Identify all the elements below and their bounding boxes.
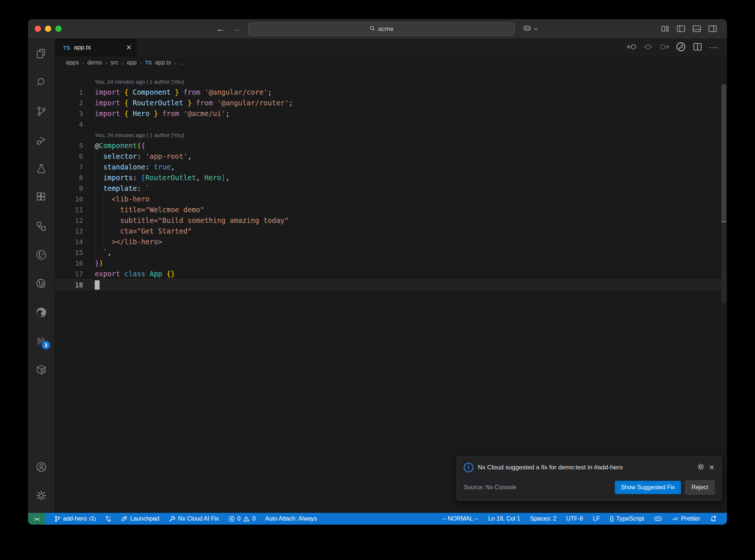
- code-line[interactable]: 3import { Hero } from '@acme/ui';: [55, 108, 727, 119]
- close-window-button[interactable]: [35, 26, 41, 32]
- nx-console-icon[interactable]: N› 3: [35, 335, 47, 347]
- code-line[interactable]: 15 `,: [55, 247, 727, 258]
- reject-button[interactable]: Reject: [685, 480, 714, 494]
- code-line[interactable]: 13 cta="Get Started": [55, 226, 727, 237]
- notifications-bell[interactable]: [710, 515, 717, 522]
- split-editor-icon[interactable]: [693, 42, 702, 53]
- cursor-position[interactable]: Ln 18, Col 1: [488, 515, 520, 522]
- code-editor[interactable]: You, 24 minutes ago | 1 author (You)1imp…: [55, 69, 727, 513]
- notification-settings-gear-icon[interactable]: [697, 463, 704, 472]
- vim-mode-indicator[interactable]: -- NORMAL --: [442, 515, 479, 522]
- toggle-secondary-sidebar-icon[interactable]: [708, 24, 717, 34]
- blame-annotation[interactable]: You, 24 minutes ago | 1 author (You): [55, 76, 727, 87]
- remote-indicator[interactable]: ><: [28, 513, 45, 525]
- status-compare-branch[interactable]: [105, 515, 111, 522]
- code-line[interactable]: 7 standalone: true,: [55, 162, 727, 172]
- code-line[interactable]: 2import { RouterOutlet } from '@angular/…: [55, 98, 727, 108]
- line-number: 18: [55, 280, 83, 290]
- accounts-icon[interactable]: [35, 461, 47, 473]
- breadcrumb-item[interactable]: demo: [87, 59, 102, 66]
- blame-annotation[interactable]: You, 24 minutes ago | 1 author (You): [55, 130, 727, 140]
- more-actions-icon[interactable]: ⋯: [709, 42, 718, 53]
- edge-devtools-icon[interactable]: [35, 307, 47, 318]
- linked-items-icon[interactable]: [35, 220, 47, 232]
- code-inspect-icon[interactable]: [35, 278, 47, 290]
- nx-fix-label: Nx Cloud AI Fix: [178, 515, 219, 522]
- code-line[interactable]: 17export class App {}: [55, 269, 727, 279]
- code-line[interactable]: 9 template: `: [55, 183, 727, 194]
- line-number: 2: [55, 98, 83, 108]
- status-nx-cloud-ai-fix[interactable]: Nx Cloud AI Fix: [169, 515, 219, 522]
- copilot-menu[interactable]: [523, 24, 538, 33]
- circle-branch-icon[interactable]: [35, 249, 47, 261]
- explorer-icon[interactable]: [35, 48, 47, 60]
- language-mode[interactable]: {} TypeScript: [610, 515, 644, 522]
- customize-layout-icon[interactable]: [660, 24, 670, 34]
- settings-gear-icon[interactable]: [35, 490, 47, 501]
- testing-icon[interactable]: [35, 163, 47, 175]
- zoom-window-button[interactable]: [55, 26, 62, 32]
- code-line[interactable]: 14 ></lib-hero>: [55, 237, 727, 247]
- toggle-primary-sidebar-icon[interactable]: [676, 24, 686, 34]
- run-debug-icon[interactable]: [35, 134, 47, 146]
- notification-source: Source: Nx Console: [464, 484, 610, 491]
- tab-label: app.ts: [74, 44, 122, 51]
- navigate-previous-change-icon[interactable]: [627, 43, 637, 52]
- line-number: [55, 76, 83, 87]
- code-line[interactable]: 6 selector: 'app-root',: [55, 151, 727, 162]
- source-control-icon[interactable]: [35, 105, 47, 117]
- code-line[interactable]: 16}): [55, 258, 727, 269]
- breadcrumb-item[interactable]: src: [111, 59, 118, 66]
- breadcrumb[interactable]: apps › demo › src › app › TS app.ts › …: [55, 56, 727, 69]
- status-auto-attach[interactable]: Auto Attach: Always: [265, 515, 317, 522]
- code-line[interactable]: 12 subtitle="Build something amazing tod…: [55, 215, 727, 226]
- breadcrumb-item[interactable]: app: [127, 59, 137, 66]
- code-line[interactable]: 5@Component({: [55, 140, 727, 151]
- chevron-right-icon: ›: [140, 60, 142, 66]
- vscode-window: ← → acme: [28, 19, 727, 525]
- nx-run-icon[interactable]: [676, 42, 686, 53]
- toggle-panel-icon[interactable]: [692, 24, 702, 34]
- extensions-icon[interactable]: [35, 192, 47, 203]
- tab-app-ts[interactable]: TS app.ts ✕: [55, 39, 137, 56]
- breadcrumb-item[interactable]: apps: [66, 59, 79, 66]
- navigate-forward-button[interactable]: →: [232, 24, 241, 34]
- code-line[interactable]: 1import { Component } from '@angular/cor…: [55, 87, 727, 98]
- line-number: 14: [55, 237, 83, 247]
- show-suggested-fix-button[interactable]: Show Suggested Fix: [615, 481, 681, 494]
- indentation-setting[interactable]: Spaces: 2: [530, 515, 556, 522]
- close-tab-icon[interactable]: ✕: [126, 43, 132, 52]
- copilot-status[interactable]: [654, 515, 662, 522]
- notification-close-icon[interactable]: ✕: [709, 463, 714, 472]
- status-problems[interactable]: 0 0: [229, 515, 256, 522]
- command-center-search[interactable]: acme: [248, 22, 515, 36]
- editor-actions: ⋯: [627, 39, 727, 56]
- search-icon[interactable]: [35, 77, 47, 88]
- editor-scrollbar[interactable]: [721, 84, 726, 221]
- code-line[interactable]: 8 imports: [RouterOutlet, Hero],: [55, 172, 727, 183]
- navigate-next-change-icon[interactable]: [660, 43, 669, 52]
- breadcrumb-item-file[interactable]: app.ts: [155, 59, 171, 66]
- typescript-file-icon: TS: [63, 45, 70, 51]
- containers-icon[interactable]: [35, 364, 47, 376]
- eol-setting[interactable]: LF: [593, 515, 600, 522]
- line-number: 16: [55, 258, 83, 269]
- remote-glyph: ><: [34, 516, 39, 522]
- current-change-icon[interactable]: [643, 43, 653, 52]
- code-line[interactable]: 18: [55, 279, 727, 290]
- line-number: 9: [55, 183, 83, 194]
- encoding-setting[interactable]: UTF-8: [566, 515, 583, 522]
- git-blame-text: You, 24 minutes ago | 1 author (You): [95, 76, 184, 87]
- formatter-status[interactable]: ✓✓ Prettier: [672, 515, 700, 522]
- code-line[interactable]: 11 title="Welcmoe demo": [55, 204, 727, 215]
- code-line[interactable]: 4: [55, 119, 727, 130]
- navigate-back-button[interactable]: ←: [216, 24, 225, 34]
- code-line[interactable]: 10 <lib-hero: [55, 194, 727, 204]
- line-number: 10: [55, 194, 83, 204]
- status-launchpad[interactable]: Launchpad: [121, 515, 159, 522]
- git-blame-text: You, 24 minutes ago | 1 author (You): [95, 130, 184, 140]
- breadcrumb-symbol-ellipsis[interactable]: …: [180, 59, 185, 66]
- status-branch[interactable]: add-hero: [55, 515, 96, 522]
- chevron-down-icon: [534, 25, 538, 32]
- minimize-window-button[interactable]: [45, 26, 51, 32]
